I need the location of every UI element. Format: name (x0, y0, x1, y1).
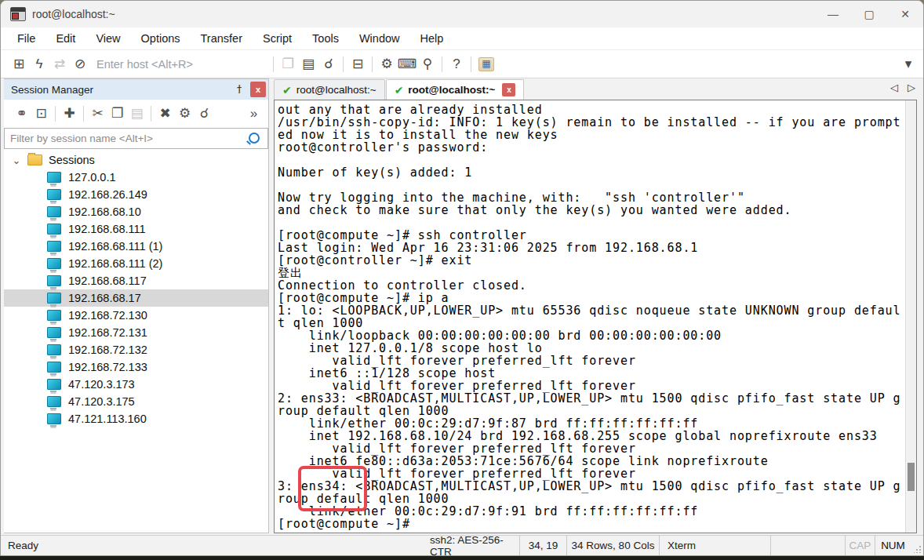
app-icon (10, 7, 26, 21)
cut-icon[interactable]: ✂ (88, 104, 107, 124)
new-session-icon[interactable]: ✚ (60, 104, 79, 124)
session-label: 47.120.3.173 (68, 378, 135, 391)
monitor-icon (47, 327, 61, 338)
scrollbar-thumb[interactable] (908, 463, 915, 491)
app-window: root@localhost:~ — ▢ ✕ FileEditViewOptio… (0, 0, 924, 556)
terminal-tab[interactable]: ✔root@localhost:~ (274, 79, 385, 100)
status-num-lock: NUM (875, 536, 911, 555)
delete-icon[interactable]: ✖ (155, 104, 175, 124)
status-ready: Ready (1, 540, 38, 551)
session-filter-input[interactable] (5, 133, 249, 144)
monitor-icon (47, 310, 61, 321)
session-item[interactable]: 47.120.3.173 (4, 376, 268, 393)
menu-script[interactable]: Script (253, 27, 302, 49)
menu-help[interactable]: Help (410, 27, 454, 49)
sessions-folder-row[interactable]: ⌄ Sessions (4, 151, 268, 169)
toolbar-overflow-icon[interactable]: ▾ (898, 54, 919, 75)
connected-icon: ✔ (395, 84, 404, 96)
minimize-button[interactable]: — (815, 1, 851, 27)
session-item[interactable]: 192.168.72.133 (4, 358, 268, 376)
paste-icon[interactable]: ▤ (298, 54, 318, 75)
menu-view[interactable]: View (85, 27, 130, 49)
session-item[interactable]: 192.168.68.10 (4, 203, 268, 220)
session-label: 192.168.68.111 (1) (68, 240, 162, 253)
monitor-icon (47, 189, 61, 200)
host-input[interactable] (95, 57, 269, 71)
menu-file[interactable]: File (7, 27, 45, 49)
session-label: 192.168.72.132 (68, 344, 147, 356)
menu-tools[interactable]: Tools (302, 27, 349, 49)
session-item[interactable]: 192.168.26.149 (4, 186, 268, 203)
session-item[interactable]: 192.168.72.130 (4, 307, 268, 324)
status-cursor-position: 34, 19 (519, 536, 566, 555)
session-item[interactable]: 192.168.68.117 (4, 272, 268, 289)
screen-lock-icon[interactable]: ▦ (478, 57, 494, 71)
session-item[interactable]: 47.121.113.160 (4, 410, 268, 427)
session-item[interactable]: 127.0.0.1 (4, 169, 268, 186)
session-manager-icon[interactable]: ⊞ (9, 54, 29, 75)
disconnect-icon[interactable]: ⊘ (70, 54, 90, 75)
status-encryption: ssh2: AES-256-CTR (430, 536, 519, 555)
session-label: 192.168.68.17 (68, 292, 141, 304)
tab-scroll-left-icon[interactable]: ◁ (890, 82, 898, 93)
find-icon[interactable]: ☌ (318, 54, 339, 75)
chevron-down-icon[interactable]: ⌄ (10, 155, 23, 166)
panel-close-button[interactable]: x (250, 82, 266, 97)
maximize-button[interactable]: ▢ (851, 1, 887, 27)
status-terminal-type: Xterm (659, 536, 770, 555)
copy-session-icon[interactable]: ❐ (107, 104, 127, 124)
session-label: 127.0.0.1 (68, 171, 115, 184)
tab-close-button[interactable]: x (502, 83, 515, 96)
terminal-scrollbar[interactable] (905, 100, 916, 533)
session-item[interactable]: 192.168.68.111 (2) (4, 255, 268, 272)
session-list: 127.0.0.1192.168.26.149192.168.68.10192.… (4, 169, 268, 427)
new-window-icon[interactable]: ⊡ (31, 104, 51, 124)
session-properties-icon[interactable]: ⚙ (175, 104, 195, 124)
main-area: Session Manager ϯ x ⚭⊡✚✂❐▤✖⚙☌» ⌄ Session… (1, 78, 923, 535)
session-item[interactable]: 47.120.3.175 (4, 393, 268, 410)
session-item[interactable]: 192.168.72.131 (4, 324, 268, 341)
copy-icon: ❐ (278, 54, 298, 75)
session-item[interactable]: 192.168.72.132 (4, 341, 268, 358)
keyboard-icon[interactable]: ⌨ (397, 54, 417, 75)
menu-transfer[interactable]: Transfer (191, 27, 253, 49)
session-label: 192.168.72.131 (68, 326, 147, 339)
tabbar: ✔root@localhost:~✔root@localhost:~x ◁ ▷ (274, 78, 917, 100)
main-toolbar: ⊞ϟ⇄⊘❐▤☌⊟⚙⌨⚲?▦▾ (1, 49, 923, 78)
reconnect-icon: ⇄ (49, 54, 70, 75)
folder-icon (27, 155, 42, 165)
window-controls: — ▢ ✕ (815, 1, 923, 27)
pin-icon[interactable]: ϯ (231, 83, 247, 96)
connect-icon[interactable]: ⚭ (12, 104, 31, 124)
session-manager-header: Session Manager ϯ x (4, 79, 268, 100)
session-item[interactable]: 192.168.68.17 (4, 289, 268, 307)
panel-title: Session Manager (11, 84, 93, 96)
monitor-icon (47, 396, 61, 407)
toolbar-separator (83, 106, 84, 122)
menu-edit[interactable]: Edit (45, 27, 85, 49)
menu-window[interactable]: Window (349, 27, 410, 49)
key-icon[interactable]: ⚲ (417, 54, 438, 75)
terminal[interactable]: out any that are already installed /usr/… (274, 100, 917, 533)
help-icon[interactable]: ? (446, 54, 467, 75)
terminal-tab[interactable]: ✔root@localhost:~x (386, 79, 525, 100)
quick-connect-icon[interactable]: ϟ (29, 54, 49, 75)
tab-scroll-right-icon[interactable]: ▷ (908, 82, 915, 93)
monitor-icon (47, 362, 61, 373)
session-label: 192.168.68.111 (2) (68, 257, 162, 270)
session-label: 192.168.72.130 (68, 309, 147, 322)
session-item[interactable]: 192.168.68.111 (4, 220, 268, 238)
status-empty-cell (770, 536, 845, 555)
session-label: 192.168.68.111 (68, 223, 146, 235)
terminal-text[interactable]: out any that are already installed /usr/… (275, 100, 916, 533)
resize-grip[interactable] (911, 536, 923, 555)
menu-options[interactable]: Options (131, 27, 191, 49)
session-item[interactable]: 192.168.68.111 (1) (4, 238, 268, 255)
monitor-icon (47, 413, 61, 424)
more-icon[interactable]: » (244, 104, 264, 124)
session-find-icon[interactable]: ☌ (195, 104, 214, 124)
print-icon[interactable]: ⊟ (347, 54, 368, 75)
properties-icon[interactable]: ⚙ (377, 54, 397, 75)
tab-scroll-arrows: ◁ ▷ (890, 82, 915, 93)
close-button[interactable]: ✕ (887, 1, 923, 27)
